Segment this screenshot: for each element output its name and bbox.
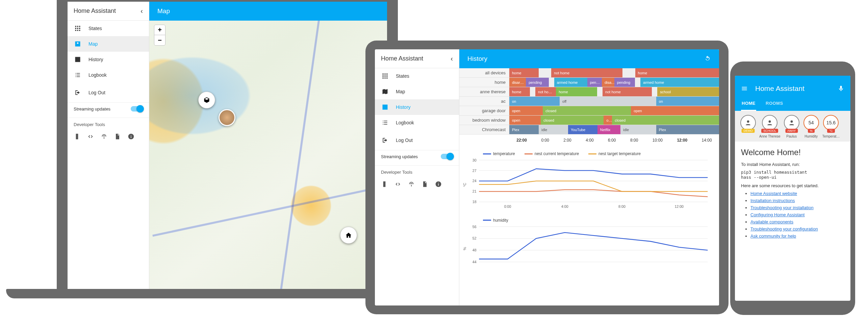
- timeline-segment[interactable]: [597, 87, 603, 96]
- timeline-segment[interactable]: closed: [541, 116, 604, 125]
- timeline-segment[interactable]: pending: [526, 78, 549, 87]
- timeline-segment[interactable]: pen…: [587, 78, 602, 87]
- resource-link[interactable]: Troubleshooting your installation: [750, 205, 814, 210]
- timeline-segment[interactable]: disa…: [602, 78, 614, 87]
- status-badge[interactable]: SCHOOLAnne Therese: [759, 115, 781, 138]
- timeline-row-label: ac: [459, 97, 509, 106]
- timeline-segment[interactable]: [635, 78, 640, 87]
- sidebar-collapse-icon[interactable]: ‹: [141, 7, 143, 15]
- timeline-segment[interactable]: [652, 87, 657, 96]
- zone-marker-work[interactable]: [198, 92, 215, 108]
- timeline-segment[interactable]: on: [656, 97, 719, 106]
- sidebar-item-label: States: [88, 26, 102, 31]
- timeline-segment[interactable]: idle: [539, 125, 568, 134]
- sidebar-item-logbook[interactable]: Logbook: [375, 115, 459, 130]
- timeline-segment[interactable]: open: [631, 106, 719, 115]
- file-icon[interactable]: [114, 133, 121, 140]
- list-icon: [382, 119, 388, 126]
- timeline-segment[interactable]: on: [509, 97, 560, 106]
- status-badge[interactable]: DEMO: [740, 115, 757, 138]
- menu-icon[interactable]: [741, 85, 748, 92]
- refresh-icon[interactable]: [704, 55, 711, 62]
- timeline-segment[interactable]: o…: [604, 116, 612, 125]
- status-badge[interactable]: 15.6°CTemperat…: [822, 115, 840, 138]
- timeline-segment[interactable]: not home: [603, 87, 652, 96]
- timeline-segment[interactable]: armed home: [554, 78, 587, 87]
- sidebar-item-label: Log Out: [396, 138, 413, 143]
- broadcast-icon[interactable]: [408, 181, 415, 188]
- info-icon[interactable]: [128, 133, 134, 140]
- info-icon[interactable]: [435, 181, 442, 188]
- resource-link[interactable]: Configuring Home Assistant: [750, 212, 805, 217]
- chart-icon: [382, 104, 388, 111]
- timeline-segment[interactable]: home: [556, 87, 597, 96]
- person-marker[interactable]: [219, 109, 235, 126]
- sidebar-item-states[interactable]: States: [375, 68, 459, 84]
- timeline-segment[interactable]: open: [509, 106, 543, 115]
- sidebar-item-map[interactable]: Map: [375, 84, 459, 99]
- timeline-segment[interactable]: idle: [620, 125, 656, 134]
- badge-caption: Temperat…: [822, 134, 840, 138]
- sidebar-item-label: Map: [396, 89, 405, 94]
- badge-row: DEMOSCHOOLAnne ThereseAWAYPaulus54%Humid…: [735, 111, 850, 142]
- sidebar-collapse-icon[interactable]: ‹: [451, 55, 453, 63]
- resource-link[interactable]: Available components: [750, 219, 793, 224]
- resource-link[interactable]: Home Assistant website: [750, 191, 797, 196]
- timeline-segment[interactable]: [622, 68, 635, 77]
- zoom-in-button[interactable]: +: [154, 25, 165, 35]
- timeline-segment[interactable]: not home: [551, 68, 622, 77]
- timeline-segment[interactable]: [539, 68, 551, 77]
- resource-link[interactable]: Installation instructions: [750, 198, 795, 203]
- appbar: Home Assistant HOME ROOMS: [735, 76, 850, 111]
- svg-point-25: [769, 120, 771, 123]
- sidebar-item-map[interactable]: Map: [68, 36, 149, 52]
- sidebar-item-history[interactable]: History: [68, 52, 149, 67]
- tab-home[interactable]: HOME: [741, 97, 756, 111]
- timeline-segment[interactable]: home: [509, 68, 539, 77]
- timeline-segment[interactable]: Plex: [509, 125, 539, 134]
- timeline-segment[interactable]: closed: [612, 116, 719, 125]
- timeline-segment[interactable]: not ho…: [535, 87, 556, 96]
- timeline-segment[interactable]: Plex: [656, 125, 719, 134]
- timeline-segment[interactable]: school: [657, 87, 719, 96]
- history-body[interactable]: all deviceshomenot homehomehomedisar…pen…: [459, 68, 719, 305]
- timeline-segment[interactable]: open: [509, 116, 541, 125]
- status-badge[interactable]: AWAYPaulus: [783, 115, 800, 138]
- remote-icon[interactable]: [74, 133, 80, 140]
- timeline-segment[interactable]: closed: [543, 106, 631, 115]
- sidebar-item-logout[interactable]: Log Out: [375, 132, 459, 148]
- resource-link[interactable]: Ask community for help: [750, 234, 796, 239]
- timeline-segment[interactable]: Netflix: [597, 125, 620, 134]
- sidebar-item-logout[interactable]: Log Out: [68, 85, 149, 100]
- tab-rooms[interactable]: ROOMS: [765, 97, 784, 111]
- timeline-segment[interactable]: home: [635, 68, 719, 77]
- timeline-segment[interactable]: off: [560, 97, 656, 106]
- file-icon[interactable]: [422, 181, 428, 188]
- resource-link[interactable]: Troubleshooting your configuration: [750, 226, 818, 231]
- card-body[interactable]: Welcome Home! To install Home Assistant,…: [735, 142, 850, 301]
- map-canvas[interactable]: + −: [149, 21, 387, 289]
- timeline-segment[interactable]: disar…: [509, 78, 526, 87]
- sidebar-item-states[interactable]: States: [68, 21, 149, 36]
- map-icon: [382, 88, 388, 95]
- timeline-segment[interactable]: home: [509, 87, 530, 96]
- code-icon[interactable]: [394, 181, 401, 188]
- streaming-switch[interactable]: [441, 154, 453, 159]
- timeline-segment[interactable]: YouTube: [568, 125, 597, 134]
- zoom-out-button[interactable]: −: [154, 35, 165, 45]
- remote-icon[interactable]: [381, 181, 388, 188]
- mic-icon[interactable]: [838, 85, 844, 92]
- broadcast-icon[interactable]: [101, 133, 107, 140]
- svg-text:24: 24: [473, 179, 477, 183]
- zone-marker-home[interactable]: [340, 227, 357, 244]
- timeline-segment[interactable]: pending: [614, 78, 635, 87]
- timeline-segment[interactable]: armed home: [640, 78, 719, 87]
- code-icon[interactable]: [87, 133, 94, 140]
- timeline-segment[interactable]: [530, 87, 535, 96]
- sidebar-item-history[interactable]: History: [375, 99, 459, 115]
- sidebar-item-logbook[interactable]: Logbook: [68, 67, 149, 83]
- timeline-segment[interactable]: [549, 78, 554, 87]
- status-badge[interactable]: 54%Humidity: [803, 115, 820, 138]
- streaming-switch[interactable]: [131, 106, 143, 112]
- timeline-bars: PlexidleYouTubeNetflixidlePlex: [509, 125, 719, 134]
